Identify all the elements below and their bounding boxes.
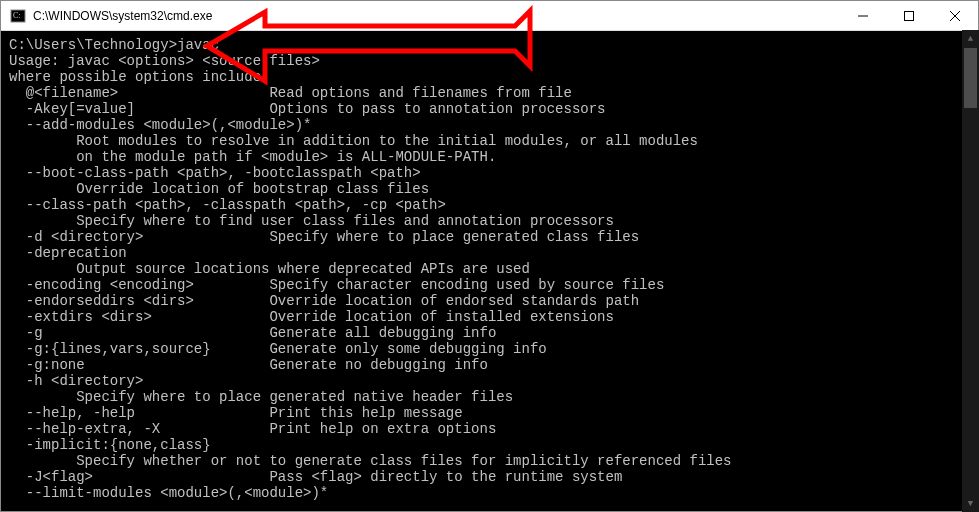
terminal-line: --limit-modules <module>(,<module>)* (9, 485, 970, 501)
terminal-line: Root modules to resolve in addition to t… (9, 133, 970, 149)
terminal-line: @<filename> Read options and filenames f… (9, 85, 970, 101)
svg-rect-3 (905, 11, 914, 20)
terminal-line: --boot-class-path <path>, -bootclasspath… (9, 165, 970, 181)
terminal-line: Specify where to place generated native … (9, 389, 970, 405)
terminal-line: Output source locations where deprecated… (9, 261, 970, 277)
close-button[interactable] (932, 1, 978, 30)
svg-text:C:: C: (13, 11, 21, 20)
terminal-line: -g:{lines,vars,source} Generate only som… (9, 341, 970, 357)
maximize-button[interactable] (886, 1, 932, 30)
terminal-line: Specify whether or not to generate class… (9, 453, 970, 469)
window-controls (840, 1, 978, 30)
window-title: C:\WINDOWS\system32\cmd.exe (33, 9, 840, 23)
terminal-line: -endorseddirs <dirs> Override location o… (9, 293, 970, 309)
cmd-window: C: C:\WINDOWS\system32\cmd.exe C:\Users\… (0, 0, 979, 512)
terminal-line: on the module path if <module> is ALL-MO… (9, 149, 970, 165)
terminal-line: -g:none Generate no debugging info (9, 357, 970, 373)
terminal-line: where possible options include: (9, 69, 970, 85)
terminal-line: -extdirs <dirs> Override location of ins… (9, 309, 970, 325)
terminal-line: Override location of bootstrap class fil… (9, 181, 970, 197)
terminal-line: C:\Users\Technology>javac (9, 37, 970, 53)
terminal-line: -g Generate all debugging info (9, 325, 970, 341)
terminal-line: Specify where to find user class files a… (9, 213, 970, 229)
terminal-line: --help, -help Print this help message (9, 405, 970, 421)
terminal-line: Usage: javac <options> <source files> (9, 53, 970, 69)
minimize-button[interactable] (840, 1, 886, 30)
terminal-line: --class-path <path>, -classpath <path>, … (9, 197, 970, 213)
titlebar[interactable]: C: C:\WINDOWS\system32\cmd.exe (1, 1, 978, 31)
cmd-icon: C: (9, 7, 27, 25)
terminal-line: -deprecation (9, 245, 970, 261)
terminal-line: -J<flag> Pass <flag> directly to the run… (9, 469, 970, 485)
terminal-line: --help-extra, -X Print help on extra opt… (9, 421, 970, 437)
terminal-line: -encoding <encoding> Specify character e… (9, 277, 970, 293)
terminal-line: -d <directory> Specify where to place ge… (9, 229, 970, 245)
terminal-line: -implicit:{none,class} (9, 437, 970, 453)
scroll-down-arrow[interactable]: ▼ (962, 495, 979, 512)
terminal-output[interactable]: C:\Users\Technology>javacUsage: javac <o… (1, 31, 978, 511)
terminal-line: -h <directory> (9, 373, 970, 389)
terminal-line: -Akey[=value] Options to pass to annotat… (9, 101, 970, 117)
terminal-line: --add-modules <module>(,<module>)* (9, 117, 970, 133)
scrollbar-thumb[interactable] (964, 48, 977, 108)
scroll-up-arrow[interactable]: ▲ (962, 30, 979, 47)
vertical-scrollbar[interactable]: ▲ ▼ (962, 30, 979, 512)
